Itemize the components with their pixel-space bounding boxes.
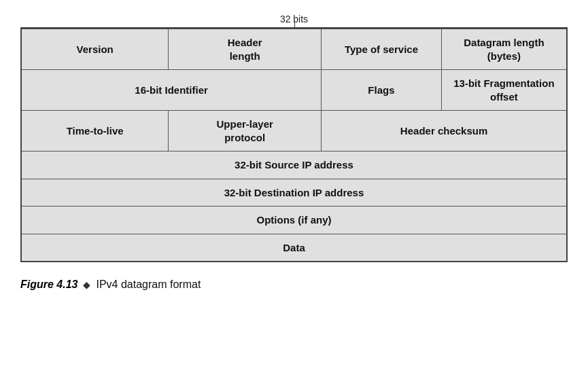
bits-tick-line [294, 22, 295, 27]
diagram-wrapper: 32 bits Version Headerlength Type of ser… [20, 14, 568, 291]
table-row: 32-bit Source IP address [21, 151, 567, 179]
diamond-icon: ◆ [83, 279, 90, 290]
figure-caption: Figure 4.13 ◆ IPv4 datagram format [20, 279, 568, 291]
upper-layer-cell: Upper-layerprotocol [169, 111, 322, 151]
options-cell: Options (if any) [21, 207, 567, 234]
source-ip-cell: 32-bit Source IP address [21, 151, 567, 179]
table-row: Data [21, 234, 567, 262]
header-checksum-cell: Header checksum [322, 111, 567, 151]
table-row: Time-to-live Upper-layerprotocol Header … [21, 111, 567, 151]
frag-offset-cell: 13-bit Fragmentation offset [441, 70, 567, 111]
figure-description: IPv4 datagram format [96, 279, 201, 291]
table-row: Version Headerlength Type of service Dat… [21, 29, 567, 70]
datagram-length-cell: Datagram length (bytes) [441, 29, 567, 70]
table-row: Options (if any) [21, 207, 567, 234]
table-row: 32-bit Destination IP address [21, 179, 567, 207]
bits-label-row: 32 bits [20, 14, 568, 24]
data-cell: Data [21, 234, 567, 262]
figure-number: Figure 4.13 [20, 279, 77, 291]
type-of-service-cell: Type of service [322, 29, 442, 70]
table-row: 16-bit Identifier Flags 13-bit Fragmenta… [21, 70, 567, 111]
ipv4-header-table: Version Headerlength Type of service Dat… [20, 28, 568, 262]
version-cell: Version [21, 29, 169, 70]
dest-ip-cell: 32-bit Destination IP address [21, 179, 567, 207]
ttl-cell: Time-to-live [21, 111, 169, 151]
identifier-cell: 16-bit Identifier [21, 70, 322, 111]
header-length-cell: Headerlength [169, 29, 322, 70]
flags-cell: Flags [322, 70, 442, 111]
